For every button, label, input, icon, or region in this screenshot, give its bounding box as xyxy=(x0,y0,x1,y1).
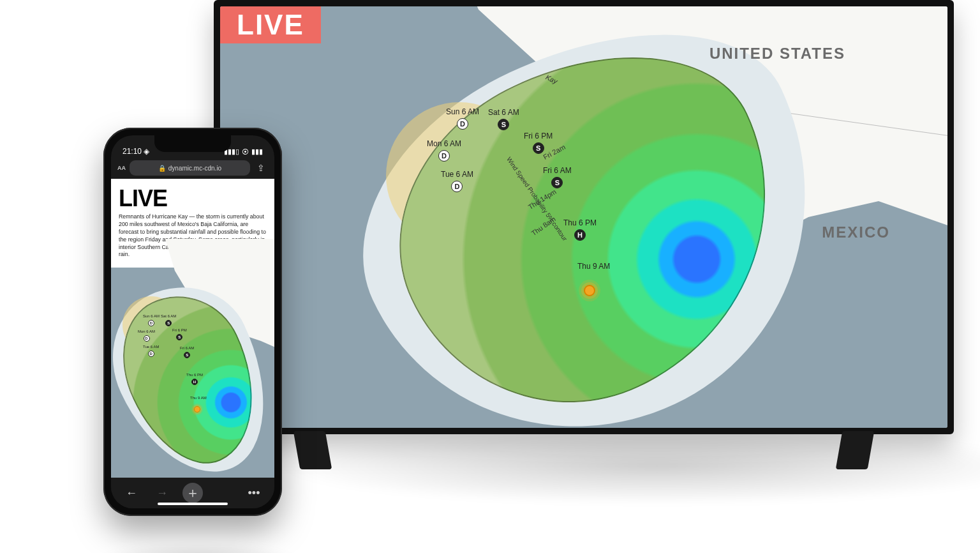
location-icon: ◈ xyxy=(144,147,149,156)
track-point-marker-icon: S xyxy=(165,320,172,326)
track-point-marker-icon: D xyxy=(451,181,463,192)
track-point-marker-icon: S xyxy=(498,119,509,130)
new-tab-button[interactable]: ＋ xyxy=(182,483,203,503)
track-point-label: Sun 6 AM xyxy=(143,314,160,318)
battery-icon: ▮▮▮ xyxy=(251,148,263,156)
track-point: Thu 6 PMH xyxy=(563,218,597,241)
phone-map-area: Thu 9 AMThu 6 PMHFri 6 AMSFri 6 PMSSat 6… xyxy=(111,258,274,478)
more-icon: ••• xyxy=(248,487,260,500)
track-point-label: Fri 6 AM xyxy=(180,346,194,350)
track-point-label: Fri 6 PM xyxy=(524,132,553,140)
phone-ground-shadow xyxy=(96,543,300,553)
status-time: 21:10 ◈ xyxy=(122,147,149,156)
tv-screen: LIVE UNITED STATES MEXICO Kay Wind Speed… xyxy=(220,6,947,428)
track-point-marker-icon: D xyxy=(144,335,150,342)
track-point-marker-icon: D xyxy=(457,118,468,130)
track-point-marker-icon: D xyxy=(148,351,154,357)
text-size-button[interactable]: AA xyxy=(117,165,126,171)
map-label-usa: UNITED STATES xyxy=(709,45,845,63)
track-point: Fri 6 AMS xyxy=(543,166,572,188)
plus-icon: ＋ xyxy=(186,483,200,503)
track-point: Mon 6 AMD xyxy=(138,330,155,342)
track-point-label: Sat 6 AM xyxy=(488,108,519,117)
track-point-marker-icon: S xyxy=(184,352,190,358)
card-title: LIVE xyxy=(119,185,267,212)
track-point-label: Thu 6 PM xyxy=(186,373,203,377)
arrow-left-icon: ← xyxy=(126,487,137,500)
map-label-mexico: MEXICO xyxy=(822,223,890,241)
forward-button[interactable]: → xyxy=(152,483,172,503)
track-point-label: Thu 9 AM xyxy=(190,396,207,400)
track-point: Sun 6 AMD xyxy=(446,107,479,130)
tv-frame: LIVE UNITED STATES MEXICO Kay Wind Speed… xyxy=(214,0,954,434)
track-point: Fri 6 PMS xyxy=(524,132,553,154)
more-button[interactable]: ••• xyxy=(244,483,264,503)
track-point-marker-icon: H xyxy=(191,379,198,385)
phone-frame: 21:10 ◈ ▮▮▮▯ ⦿ ▮▮▮ AA 🔒 dynamic.mc-cdn.i… xyxy=(103,128,282,516)
track-point-label: Fri 6 PM xyxy=(172,328,187,332)
phone-screen: 21:10 ◈ ▮▮▮▯ ⦿ ▮▮▮ AA 🔒 dynamic.mc-cdn.i… xyxy=(111,135,274,508)
track-point: Sat 6 AMS xyxy=(488,108,519,130)
track-point-label: Sat 6 AM xyxy=(161,314,176,318)
arrow-right-icon: → xyxy=(156,487,168,500)
url-host: dynamic.mc-cdn.io xyxy=(168,165,221,172)
share-button[interactable]: ⇪ xyxy=(254,161,268,175)
tv-stand xyxy=(836,431,875,469)
track-point-label: Mon 6 AM xyxy=(427,139,461,148)
tv-stand xyxy=(293,431,332,469)
wifi-icon: ⦿ xyxy=(242,148,249,156)
live-badge: LIVE xyxy=(220,6,321,43)
track-point-label: Mon 6 AM xyxy=(138,330,155,333)
back-button[interactable]: ← xyxy=(121,483,142,503)
track-point-marker-icon: S xyxy=(533,142,544,154)
track-point-label: Thu 6 PM xyxy=(563,218,597,227)
webview[interactable]: LIVE Remnants of Hurricane Kay — the sto… xyxy=(111,179,274,478)
track-point-current: Thu 9 AM xyxy=(190,396,207,400)
storm-current-position-icon xyxy=(584,285,595,296)
track-point: Tue 6 AMD xyxy=(143,345,159,357)
track-point-marker-icon: D xyxy=(438,150,450,162)
track-point: Tue 6 AMD xyxy=(441,170,473,192)
track-point-marker-icon: S xyxy=(551,177,563,188)
share-icon: ⇪ xyxy=(257,163,265,173)
storm-current-position-icon xyxy=(194,406,200,413)
track-point: Fri 6 AMS xyxy=(180,346,194,358)
lock-icon: 🔒 xyxy=(158,165,166,172)
track-point: Mon 6 AMD xyxy=(427,139,461,162)
track-point-label: Tue 6 AM xyxy=(441,170,473,179)
browser-toolbar: AA 🔒 dynamic.mc-cdn.io ⇪ xyxy=(111,157,274,179)
track-point-label: Thu 9 AM xyxy=(577,262,610,271)
track-point-current: Thu 9 AM xyxy=(577,262,610,271)
address-bar[interactable]: 🔒 dynamic.mc-cdn.io xyxy=(130,160,250,176)
track-point-label: Fri 6 AM xyxy=(543,166,572,175)
home-indicator[interactable] xyxy=(158,503,228,505)
track-point: Sat 6 AMS xyxy=(161,314,176,326)
track-point-label: Tue 6 AM xyxy=(143,345,159,349)
tv-ground-shadow xyxy=(274,428,980,504)
track-point: Thu 6 PMH xyxy=(186,373,203,385)
track-point: Fri 6 PMS xyxy=(172,328,187,340)
track-point-marker-icon: H xyxy=(574,229,586,241)
track-point: Sun 6 AMD xyxy=(143,314,160,326)
track-point-label: Sun 6 AM xyxy=(446,107,479,116)
track-point-marker-icon: S xyxy=(176,334,182,340)
phone-notch xyxy=(154,135,231,152)
track-point-marker-icon: D xyxy=(148,320,154,326)
